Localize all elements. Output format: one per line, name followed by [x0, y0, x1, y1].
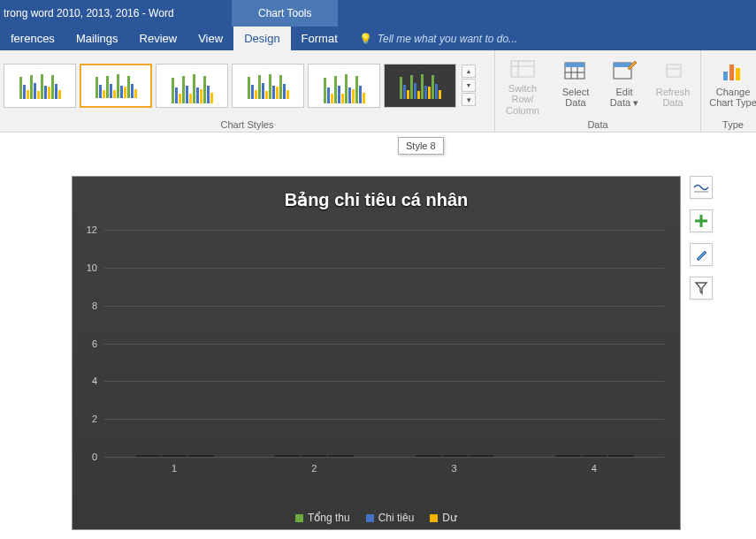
gallery-spinner: ▲ ▼ ▾	[462, 65, 476, 106]
legend-label: Chi tiêu	[378, 512, 415, 524]
tab-format[interactable]: Format	[291, 27, 348, 50]
gallery-more-button[interactable]: ▾	[462, 93, 476, 106]
chart-style-5[interactable]: ·	[308, 64, 380, 108]
group-label-type: Type	[705, 118, 756, 132]
plot-area[interactable]: 024681012 1234	[104, 230, 664, 476]
chart-style-gallery: · ·	[4, 64, 476, 108]
tell-me-search[interactable]: 💡 Tell me what you want to do...	[348, 27, 528, 50]
legend-item[interactable]: Tổng thu	[295, 512, 350, 524]
select-data-button[interactable]: SelectData	[552, 55, 599, 117]
bar-cluster	[274, 455, 354, 457]
funnel-icon	[694, 281, 708, 295]
plus-icon	[694, 214, 708, 228]
refresh-data-label: RefreshData	[656, 87, 691, 109]
bar-Chi tiêu[interactable]	[301, 455, 327, 457]
edit-data-icon	[610, 57, 638, 85]
style-tooltip: Style 8	[398, 137, 444, 155]
legend-swatch	[295, 514, 303, 522]
chart-title[interactable]: Bảng chi tiêu cá nhân	[73, 177, 680, 219]
lightbulb-icon: 💡	[359, 33, 372, 45]
layout-options-icon	[693, 181, 709, 194]
legend-item[interactable]: Dư	[430, 512, 457, 524]
svg-rect-9	[614, 63, 631, 67]
tab-view[interactable]: View	[187, 27, 233, 50]
change-chart-type-label: ChangeChart Type	[709, 87, 756, 109]
bar-Tổng thu[interactable]	[274, 455, 301, 457]
x-tick: 3	[452, 460, 457, 476]
chart-styles-button[interactable]	[690, 243, 713, 266]
refresh-data-button: RefreshData	[649, 55, 697, 117]
select-data-icon	[561, 57, 590, 85]
edit-data-label: EditData ▾	[610, 87, 638, 109]
legend-item[interactable]: Chi tiêu	[366, 512, 415, 524]
chart-filters-button[interactable]	[690, 277, 713, 300]
select-data-label: SelectData	[562, 87, 590, 109]
chart-legend[interactable]: Tổng thuChi tiêuDư	[73, 512, 680, 524]
y-tick: 2	[92, 414, 97, 424]
svg-rect-14	[736, 68, 740, 80]
chart-style-3[interactable]: ·	[156, 64, 228, 108]
chart-style-1[interactable]: ·	[4, 64, 76, 108]
svg-rect-12	[723, 72, 728, 80]
edit-data-button[interactable]: EditData ▾	[605, 55, 644, 117]
change-chart-type-button[interactable]: ChangeChart Type	[705, 55, 756, 117]
bar-Tổng thu[interactable]	[554, 455, 581, 457]
bar-Chi tiêu[interactable]	[161, 455, 187, 457]
switch-row-column-icon	[508, 57, 537, 81]
bar-Dư[interactable]	[187, 455, 214, 457]
group-label-styles: Chart Styles	[4, 118, 491, 132]
legend-swatch	[366, 514, 374, 522]
y-tick: 0	[92, 452, 97, 462]
bar-Chi tiêu[interactable]	[441, 455, 468, 457]
tab-design[interactable]: Design	[233, 27, 290, 50]
gridline	[104, 457, 664, 458]
legend-label: Tổng thu	[308, 512, 350, 524]
tab-review[interactable]: Review	[129, 27, 188, 50]
chart-elements-button[interactable]	[690, 209, 713, 232]
y-tick: 4	[92, 376, 97, 386]
y-tick: 8	[92, 300, 97, 311]
layout-options-button[interactable]	[690, 176, 713, 199]
bar-Dư[interactable]	[468, 455, 494, 457]
y-tick: 12	[87, 224, 97, 235]
legend-swatch	[430, 514, 438, 522]
bar-cluster	[134, 455, 214, 457]
legend-label: Dư	[442, 512, 457, 524]
gallery-up-button[interactable]: ▲	[462, 65, 476, 78]
svg-rect-4	[565, 63, 584, 67]
gallery-down-button[interactable]: ▼	[462, 79, 476, 92]
group-label-data: Data	[499, 118, 697, 132]
ribbon-tabs: ferences Mailings Review View Design For…	[0, 27, 756, 50]
bar-Dư[interactable]	[327, 455, 354, 457]
bar-Dư[interactable]	[607, 455, 634, 457]
tab-references[interactable]: ferences	[0, 27, 65, 50]
bar-cluster	[415, 455, 494, 457]
y-tick: 6	[92, 338, 97, 349]
chart-style-6[interactable]: ·	[384, 64, 456, 108]
chart-object[interactable]: Bảng chi tiêu cá nhân 024681012 1234 Tổn…	[72, 176, 681, 530]
switch-row-column-button: Switch Row/Column	[499, 55, 546, 117]
svg-rect-13	[729, 65, 734, 80]
bar-cluster	[554, 455, 634, 457]
bar-Tổng thu[interactable]	[415, 455, 441, 457]
chart-style-4[interactable]: ·	[232, 64, 304, 108]
svg-rect-0	[511, 61, 534, 77]
contextual-tab-label: Chart Tools	[232, 0, 338, 27]
chart-style-2[interactable]: ·	[80, 64, 152, 108]
bar-Chi tiêu[interactable]	[581, 455, 607, 457]
window-title: trong word 2010, 2013, 2016 - Word	[0, 0, 232, 27]
tell-me-placeholder: Tell me what you want to do...	[378, 33, 517, 45]
x-tick: 2	[311, 460, 317, 476]
change-chart-type-icon	[719, 57, 747, 85]
ribbon: · ·	[0, 50, 756, 133]
x-tick: 4	[592, 460, 597, 476]
refresh-data-icon	[659, 57, 687, 85]
svg-rect-10	[667, 65, 681, 77]
brush-icon	[694, 247, 708, 262]
switch-row-column-label: Switch Row/Column	[499, 83, 546, 117]
y-tick: 10	[87, 262, 97, 273]
x-tick: 1	[172, 460, 177, 476]
tab-mailings[interactable]: Mailings	[65, 27, 129, 50]
bar-Tổng thu[interactable]	[134, 455, 161, 457]
